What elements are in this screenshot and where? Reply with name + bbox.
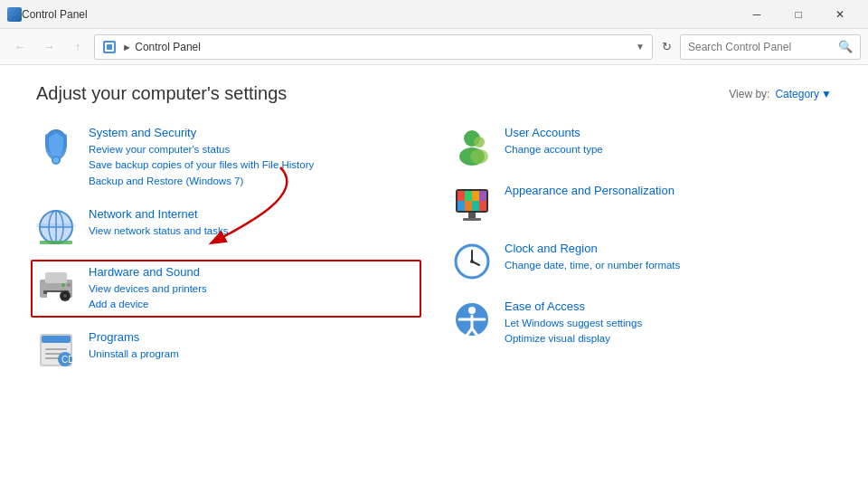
ease-link-1[interactable]: Let Windows suggest settings bbox=[505, 316, 832, 331]
appearance-info: Appearance and Personalization bbox=[505, 184, 832, 200]
appearance-icon bbox=[452, 184, 492, 223]
svg-point-34 bbox=[470, 149, 488, 164]
window-icon bbox=[7, 7, 22, 22]
programs-info: Programs Uninstall a program bbox=[89, 330, 416, 362]
svg-rect-44 bbox=[479, 201, 486, 211]
svg-rect-37 bbox=[458, 191, 465, 201]
svg-rect-45 bbox=[468, 213, 476, 218]
svg-point-20 bbox=[63, 294, 67, 298]
hardware-link-1[interactable]: View devices and printers bbox=[89, 281, 416, 297]
hardware-icon bbox=[36, 265, 76, 305]
system-security-info: System and Security Review your computer… bbox=[89, 126, 416, 189]
network-info: Network and Internet View network status… bbox=[89, 207, 416, 239]
network-link-1[interactable]: View network status and tasks bbox=[89, 223, 416, 239]
hardware-info: Hardware and Sound View devices and prin… bbox=[89, 265, 416, 313]
category-ease-of-access: Ease of Access Let Windows suggest setti… bbox=[452, 299, 832, 347]
system-security-link-2[interactable]: Save backup copies of your files with Fi… bbox=[89, 157, 416, 173]
svg-rect-38 bbox=[465, 191, 472, 201]
view-by-dropdown[interactable]: Category ▼ bbox=[775, 88, 832, 100]
close-button[interactable]: ✕ bbox=[819, 0, 861, 29]
svg-rect-11 bbox=[36, 223, 76, 227]
panels: System and Security Review your computer… bbox=[36, 126, 832, 388]
svg-rect-28 bbox=[45, 357, 60, 359]
svg-rect-25 bbox=[42, 336, 71, 343]
page-title: Adjust your computer's settings bbox=[36, 83, 287, 104]
page-header: Adjust your computer's settings View by:… bbox=[36, 83, 832, 104]
programs-title[interactable]: Programs bbox=[89, 330, 416, 344]
category-appearance: Appearance and Personalization bbox=[452, 184, 832, 223]
network-title[interactable]: Network and Internet bbox=[89, 207, 416, 221]
user-icon bbox=[452, 126, 492, 166]
view-by-arrow-icon: ▼ bbox=[821, 88, 832, 100]
address-bar[interactable]: ► Control Panel ▼ bbox=[94, 34, 653, 60]
svg-rect-15 bbox=[45, 272, 67, 283]
clock-link-1[interactable]: Change date, time, or number formats bbox=[505, 258, 832, 273]
search-input[interactable] bbox=[688, 41, 835, 53]
programs-link-1[interactable]: Uninstall a program bbox=[89, 347, 416, 362]
category-clock-region: Clock and Region Change date, time, or n… bbox=[452, 242, 832, 281]
address-icon bbox=[102, 40, 117, 54]
category-system-security: System and Security Review your computer… bbox=[36, 126, 416, 189]
svg-point-21 bbox=[61, 283, 65, 287]
search-box[interactable]: 🔍 bbox=[680, 34, 861, 60]
svg-point-52 bbox=[470, 260, 474, 263]
svg-point-33 bbox=[474, 137, 485, 147]
ease-icon bbox=[452, 299, 492, 339]
refresh-button[interactable]: ↻ bbox=[656, 37, 676, 57]
svg-rect-42 bbox=[465, 201, 472, 211]
category-user-accounts: User Accounts Change account type bbox=[452, 126, 832, 166]
svg-rect-43 bbox=[472, 201, 479, 211]
up-button[interactable]: ↑ bbox=[65, 34, 90, 60]
main-content: Adjust your computer's settings View by:… bbox=[0, 65, 868, 494]
panel-right: User Accounts Change account type bbox=[452, 126, 832, 388]
hardware-title[interactable]: Hardware and Sound bbox=[89, 265, 416, 279]
svg-rect-12 bbox=[40, 241, 72, 244]
svg-point-54 bbox=[468, 307, 476, 314]
ease-title[interactable]: Ease of Access bbox=[505, 299, 832, 313]
user-accounts-link-1[interactable]: Change account type bbox=[505, 142, 832, 157]
view-by-control: View by: Category ▼ bbox=[729, 88, 832, 100]
svg-rect-39 bbox=[472, 191, 479, 201]
address-text: ► Control Panel bbox=[122, 41, 630, 53]
appearance-title[interactable]: Appearance and Personalization bbox=[505, 184, 832, 197]
forward-button[interactable]: → bbox=[36, 34, 61, 60]
panel-left: System and Security Review your computer… bbox=[36, 126, 416, 388]
window-title: Control Panel bbox=[22, 8, 736, 21]
system-security-link-1[interactable]: Review your computer's status bbox=[89, 142, 416, 157]
clock-title[interactable]: Clock and Region bbox=[505, 242, 832, 255]
category-hardware-sound: Hardware and Sound View devices and prin… bbox=[36, 265, 416, 313]
user-accounts-title[interactable]: User Accounts bbox=[505, 126, 832, 139]
category-network-internet: Network and Internet View network status… bbox=[36, 207, 416, 247]
svg-rect-41 bbox=[458, 201, 465, 211]
clock-icon bbox=[452, 242, 492, 281]
svg-text:CD: CD bbox=[61, 355, 74, 365]
nav-bar: ← → ↑ ► Control Panel ▼ ↻ 🔍 bbox=[0, 29, 868, 65]
category-programs: CD Programs Uninstall a program bbox=[36, 330, 416, 370]
svg-rect-46 bbox=[463, 218, 481, 221]
svg-point-22 bbox=[67, 283, 71, 287]
window-controls: ─ □ ✕ bbox=[736, 0, 861, 29]
minimize-button[interactable]: ─ bbox=[736, 0, 778, 29]
ease-link-2[interactable]: Optimize visual display bbox=[505, 331, 832, 347]
svg-rect-2 bbox=[107, 44, 112, 50]
title-bar: Control Panel ─ □ ✕ bbox=[0, 0, 868, 29]
hardware-link-2[interactable]: Add a device bbox=[89, 297, 416, 312]
system-security-title[interactable]: System and Security bbox=[89, 126, 416, 139]
svg-point-5 bbox=[53, 157, 59, 163]
maximize-button[interactable]: □ bbox=[778, 0, 819, 29]
system-security-link-3[interactable]: Backup and Restore (Windows 7) bbox=[89, 174, 416, 189]
view-by-label: View by: bbox=[729, 88, 769, 100]
search-icon: 🔍 bbox=[838, 40, 853, 53]
svg-rect-26 bbox=[45, 348, 67, 350]
svg-rect-40 bbox=[479, 191, 486, 201]
clock-info: Clock and Region Change date, time, or n… bbox=[505, 242, 832, 273]
user-accounts-info: User Accounts Change account type bbox=[505, 126, 832, 157]
address-dropdown-arrow[interactable]: ▼ bbox=[636, 42, 645, 52]
back-button[interactable]: ← bbox=[7, 34, 33, 60]
system-security-icon bbox=[36, 126, 76, 166]
programs-icon: CD bbox=[36, 330, 76, 370]
network-icon bbox=[36, 207, 76, 247]
ease-info: Ease of Access Let Windows suggest setti… bbox=[505, 299, 832, 347]
